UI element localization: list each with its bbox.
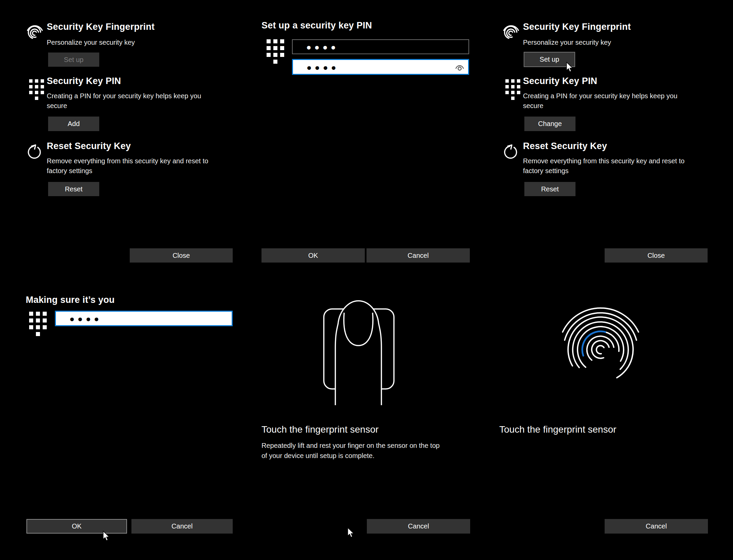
dialog-title: Touch the fingerprint sensor bbox=[499, 424, 616, 435]
panel-verify-identity: Making sure it’s you ●●●● OK Cancel bbox=[26, 295, 236, 552]
finger-on-sensor-illustration bbox=[318, 297, 406, 407]
section-desc-fingerprint: Personalize your security key bbox=[523, 39, 611, 46]
ok-button[interactable]: OK bbox=[26, 519, 127, 534]
masked-pin-value: ●●●● bbox=[307, 63, 339, 72]
section-title-pin: Security Key PIN bbox=[523, 76, 597, 86]
masked-pin-value: ●●●● bbox=[306, 43, 339, 51]
add-pin-button[interactable]: Add bbox=[48, 117, 99, 131]
section-desc-pin-line1: Creating a PIN for your security key hel… bbox=[523, 92, 677, 100]
panel-security-key-settings-left: Security Key Fingerprint Personalize you… bbox=[26, 20, 236, 278]
dialog-desc-line2: of your device until setup is complete. bbox=[261, 452, 375, 460]
security-key-setup-collage: { "colors": { "background": "#000000", "… bbox=[0, 0, 733, 560]
panel-security-key-settings-right: Security Key Fingerprint Personalize you… bbox=[502, 20, 712, 278]
masked-pin-value: ●●●● bbox=[69, 315, 102, 323]
section-title-reset: Reset Security Key bbox=[47, 141, 131, 151]
section-desc-pin-line2: secure bbox=[523, 102, 543, 110]
set-up-button[interactable]: Set up bbox=[48, 53, 99, 67]
dialpad-icon bbox=[29, 79, 44, 100]
ok-button[interactable]: OK bbox=[261, 248, 365, 263]
change-pin-button[interactable]: Change bbox=[524, 117, 575, 131]
reset-icon bbox=[503, 144, 519, 160]
section-desc-fingerprint: Personalize your security key bbox=[47, 39, 135, 46]
reset-button[interactable]: Reset bbox=[48, 182, 99, 196]
fingerprint-progress-illustration bbox=[561, 295, 649, 407]
password-reveal-icon[interactable] bbox=[455, 64, 464, 71]
cancel-button[interactable]: Cancel bbox=[367, 519, 470, 534]
section-desc-reset-line1: Remove everything from this security key… bbox=[47, 157, 208, 165]
dialpad-icon bbox=[29, 312, 47, 336]
panel-touch-sensor-guide: Touch the fingerprint sensor Repeatedly … bbox=[261, 295, 478, 552]
section-desc-reset-line1: Remove everything from this security key… bbox=[523, 157, 685, 165]
section-title-fingerprint: Security Key Fingerprint bbox=[47, 22, 154, 32]
cancel-button[interactable]: Cancel bbox=[366, 248, 470, 263]
reset-button[interactable]: Reset bbox=[524, 182, 575, 196]
confirm-pin-input[interactable]: ●●●● bbox=[292, 59, 469, 75]
section-desc-reset-line2: factory settings bbox=[47, 167, 92, 175]
fingerprint-icon bbox=[26, 21, 43, 40]
mouse-cursor bbox=[566, 62, 573, 73]
dialpad-icon bbox=[505, 79, 520, 100]
close-button[interactable]: Close bbox=[605, 248, 708, 263]
dialpad-icon bbox=[267, 39, 284, 64]
close-button[interactable]: Close bbox=[130, 248, 233, 263]
fingerprint-icon bbox=[503, 21, 519, 40]
section-desc-pin-line1: Creating a PIN for your security key hel… bbox=[47, 92, 201, 100]
cancel-button[interactable]: Cancel bbox=[131, 519, 233, 534]
section-desc-reset-line2: factory settings bbox=[523, 167, 569, 175]
dialog-desc-line1: Repeatedly lift and rest your finger on … bbox=[261, 442, 440, 450]
new-pin-input[interactable]: ●●●● bbox=[292, 39, 469, 54]
reset-icon bbox=[26, 144, 42, 160]
panel-pin-setup-dialog: Set up a security key PIN ●●●● ●●●● OK C… bbox=[261, 20, 474, 278]
dialog-title: Touch the fingerprint sensor bbox=[261, 424, 379, 435]
cancel-button[interactable]: Cancel bbox=[605, 519, 708, 534]
panel-touch-sensor: Touch the fingerprint sensor Cancel bbox=[498, 295, 721, 552]
dialog-title: Making sure it’s you bbox=[26, 295, 115, 305]
section-title-pin: Security Key PIN bbox=[47, 76, 121, 86]
dialog-title: Set up a security key PIN bbox=[261, 20, 372, 31]
mouse-cursor bbox=[347, 527, 355, 539]
pin-input[interactable]: ●●●● bbox=[55, 311, 233, 326]
section-desc-pin-line2: secure bbox=[47, 102, 67, 110]
mouse-cursor bbox=[103, 531, 110, 542]
section-title-fingerprint: Security Key Fingerprint bbox=[523, 22, 631, 32]
section-title-reset: Reset Security Key bbox=[523, 141, 607, 151]
